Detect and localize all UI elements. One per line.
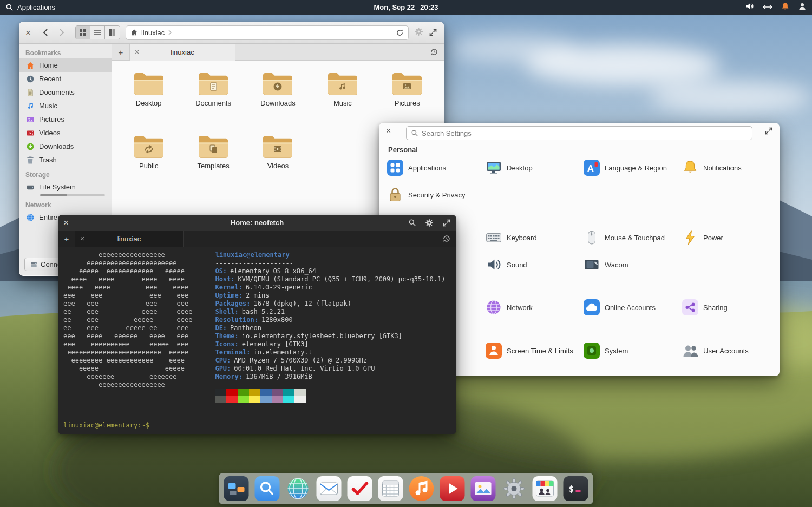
maximize-icon[interactable]	[764, 127, 773, 135]
terminal-tabbar: + × linuxiac	[58, 231, 456, 247]
forward-button[interactable]	[57, 28, 67, 37]
applications-menu[interactable]: Applications	[5, 3, 55, 11]
settings-item-language-region[interactable]: A Language & Region	[584, 160, 667, 176]
gear-icon[interactable]	[425, 219, 434, 227]
settings-item-label: Notifications	[703, 164, 742, 172]
terminal-body[interactable]: eeeeeeeeeeeeeeeee eeeeeeeeeeeeeeeeeeeeee…	[58, 247, 456, 430]
settings-item-mouse-touchpad[interactable]: Mouse & Touchpad	[584, 229, 665, 246]
datetime-indicator[interactable]: Mon, Sep 22 20:23	[374, 3, 438, 11]
settings-item-keyboard[interactable]: Keyboard	[486, 229, 537, 246]
folder-downloads[interactable]: Downloads	[260, 68, 295, 107]
close-button[interactable]: ×	[386, 127, 391, 135]
network-icon	[763, 4, 772, 10]
sidebar-item-home[interactable]: Home	[19, 58, 112, 72]
settings-item-system[interactable]: System	[584, 343, 628, 359]
settings-search-field[interactable]	[406, 126, 752, 140]
drive-icon	[26, 183, 35, 192]
neofetch-line: DE:Pantheon	[215, 324, 445, 332]
list-view-button[interactable]	[90, 26, 105, 39]
app-search-icon[interactable]	[255, 476, 280, 501]
neofetch-line: Packages:1678 (dpkg), 12 (flatpak)	[215, 300, 445, 308]
folder-desktop[interactable]: Desktop	[132, 68, 166, 107]
tab-history-button[interactable]	[430, 48, 438, 56]
column-view-button[interactable]	[105, 26, 120, 39]
maximize-icon[interactable]	[429, 28, 437, 37]
photos-icon[interactable]	[471, 476, 496, 501]
settings-item-wacom[interactable]: Wacom	[584, 256, 628, 273]
settings-item-notifications[interactable]: Notifications	[682, 160, 742, 176]
sidebar-item-label: Home	[39, 61, 58, 69]
tab-label: linuxiac	[171, 48, 194, 56]
path-bar[interactable]: linuxiac	[126, 25, 409, 40]
close-button[interactable]: ×	[25, 28, 31, 37]
sidebar-item-filesystem[interactable]: File System	[19, 180, 112, 194]
sidebar-item-documents[interactable]: Documents	[19, 85, 112, 99]
sidebar-item-trash[interactable]: Trash	[19, 153, 112, 167]
new-tab-button[interactable]: +	[112, 48, 129, 57]
appcenter-icon[interactable]	[533, 476, 558, 501]
settings-item-network[interactable]: Network	[486, 299, 533, 315]
mail-icon[interactable]	[317, 476, 342, 501]
panel-time: 20:23	[420, 3, 438, 11]
language-icon: A	[584, 160, 600, 176]
sidebar-item-music[interactable]: Music	[19, 99, 112, 113]
settings-item-desktop[interactable]: Desktop	[486, 160, 533, 176]
tasks-icon[interactable]	[348, 476, 372, 501]
neofetch-line: Terminal:io.elementary.t	[215, 348, 445, 357]
film-icon	[26, 129, 35, 137]
terminal-tab[interactable]: × linuxiac	[75, 231, 184, 247]
panel-date: Mon, Sep 22	[374, 3, 415, 11]
settings-item-sound[interactable]: Sound	[486, 256, 527, 273]
search-input[interactable]	[422, 129, 748, 137]
folder-pictures[interactable]: Pictures	[390, 68, 424, 107]
settings-item-online-accounts[interactable]: Online Accounts	[584, 299, 656, 315]
settings-item-applications[interactable]: Applications	[387, 160, 446, 176]
neofetch-host-title: linuxiac@elementary	[215, 251, 445, 259]
notifications-indicator[interactable]	[781, 2, 789, 13]
folder-icon	[260, 131, 295, 159]
volume-indicator[interactable]	[745, 2, 754, 13]
web-browser-icon[interactable]	[286, 476, 311, 501]
sidebar-item-downloads[interactable]: Downloads	[19, 140, 112, 153]
folder-documents[interactable]: Documents	[195, 68, 231, 107]
settings-gear-icon[interactable]	[502, 476, 527, 501]
terminal-icon[interactable]: $	[564, 476, 588, 501]
network-indicator[interactable]	[763, 3, 772, 12]
sidebar-item-recent[interactable]: Recent	[19, 72, 112, 85]
sidebar-item-videos[interactable]: Videos	[19, 126, 112, 140]
tab-history-button[interactable]	[442, 234, 451, 243]
files-tab[interactable]: × linuxiac	[129, 44, 235, 61]
settings-item-power[interactable]: Power	[682, 229, 723, 246]
new-tab-button[interactable]: +	[58, 234, 75, 243]
lightning-icon	[682, 229, 698, 246]
multitasking-view-icon[interactable]	[224, 476, 249, 501]
folder-videos[interactable]: Videos	[260, 131, 295, 170]
folder-public[interactable]: Public	[132, 131, 166, 170]
folder-icon	[325, 68, 360, 96]
back-button[interactable]	[41, 28, 50, 37]
maximize-icon[interactable]	[442, 219, 451, 227]
folder-templates[interactable]: Templates	[196, 131, 231, 170]
videos-icon[interactable]	[440, 476, 465, 501]
close-button[interactable]: ×	[63, 218, 69, 227]
reload-icon[interactable]	[396, 29, 404, 37]
settings-item-user-accounts[interactable]: User Accounts	[682, 343, 749, 359]
sidebar-item-label: Recent	[39, 75, 61, 83]
music-icon[interactable]	[409, 476, 434, 501]
tab-close-icon[interactable]: ×	[80, 234, 84, 243]
sidebar-item-pictures[interactable]: Pictures	[19, 113, 112, 126]
settings-item-security-privacy[interactable]: Security & Privacy	[387, 187, 465, 203]
settings-item-sharing[interactable]: Sharing	[682, 299, 728, 315]
neofetch-line: OS:elementary OS 8 x86_64	[215, 267, 445, 275]
grid-view-button[interactable]	[76, 26, 90, 39]
calendar-icon[interactable]	[378, 476, 403, 501]
session-indicator[interactable]	[798, 2, 807, 13]
tab-close-icon[interactable]: ×	[135, 48, 139, 56]
settings-item-screen-time[interactable]: Screen Time & Limits	[486, 343, 573, 359]
shell-prompt[interactable]: linuxiac@elementary:~$	[63, 422, 456, 430]
neofetch-line: Host:KVM/QEMU (Standard PC (Q35 + ICH9, …	[215, 275, 445, 284]
neofetch-line: Kernel:6.14.0-29-generic	[215, 284, 445, 292]
folder-music[interactable]: Music	[325, 68, 360, 107]
folder-label: Music	[333, 99, 352, 107]
search-icon[interactable]	[408, 219, 416, 227]
